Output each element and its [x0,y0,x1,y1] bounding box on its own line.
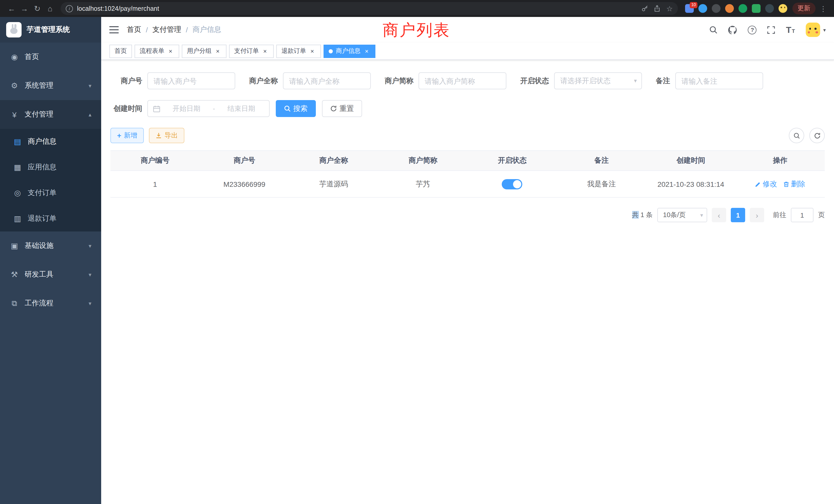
plus-icon: + [117,132,121,139]
toggle-search-button[interactable] [789,128,804,143]
sidebar-item-refund-order[interactable]: ▥ 退款订单 [0,206,101,231]
extension-icon-7[interactable] [765,4,774,13]
tabs-bar: 首页 流程表单× 用户分组× 支付订单× 退款订单× 商户信息× [101,43,834,60]
trash-icon [783,181,789,187]
reset-button[interactable]: 重置 [322,100,362,117]
table-header-row: 商户编号 商户号 商户全称 商户简称 开启状态 备注 创建时间 操作 [110,151,825,171]
navbar-tools: ? TT ▾ [709,23,826,37]
payment-submenu: ▤ 商户信息 ▦ 应用信息 ◎ 支付订单 ▥ 退款订单 [0,129,101,231]
profile-avatar-icon[interactable] [778,4,787,13]
browser-forward-icon[interactable]: → [18,2,31,15]
sidebar-item-devtools[interactable]: ⚒ 研发工具 ▾ [0,260,101,289]
browser-back-icon[interactable]: ← [5,2,18,15]
breadcrumb-payment[interactable]: 支付管理 [153,25,181,35]
sidebar-item-pay-order[interactable]: ◎ 支付订单 [0,180,101,206]
page-1-button[interactable]: 1 [731,208,745,222]
refresh-button[interactable] [809,128,825,143]
chevron-up-icon: ▴ [89,111,91,118]
sidebar-item-label: 工作流程 [25,299,53,308]
tab-refund-order[interactable]: 退款订单× [276,44,321,58]
share-icon[interactable] [654,5,661,12]
close-icon[interactable]: × [261,47,269,55]
sidebar-toggle-icon[interactable] [109,26,118,33]
page-info-icon[interactable]: i [66,5,73,12]
tab-pay-order[interactable]: 支付订单× [229,44,274,58]
browser-reload-icon[interactable]: ↻ [31,2,44,15]
user-menu[interactable]: ▾ [806,23,826,37]
user-avatar [806,23,820,37]
sidebar-menu: ◉ 首页 ⚙ 系统管理 ▾ ¥ 支付管理 ▴ ▤ 商户信息 [0,43,101,318]
browser-home-icon[interactable]: ⌂ [44,2,57,15]
close-icon[interactable]: × [363,47,370,55]
search-icon[interactable] [709,26,718,34]
fullscreen-icon[interactable] [768,26,775,33]
chevron-down-icon: ▾ [89,83,91,89]
help-icon[interactable]: ? [748,25,757,34]
sidebar-item-label: 支付管理 [25,110,53,119]
table-header-cell: 开启状态 [467,156,557,165]
extension-icon-3[interactable] [712,4,721,13]
create-time-label: 创建时间 [110,104,142,113]
remark-label: 备注 [656,76,670,86]
page-size-select[interactable]: 10条/页 ▾ [657,208,707,222]
sidebar-item-home[interactable]: ◉ 首页 [0,43,101,71]
extension-icon-5[interactable] [739,4,747,13]
delete-button[interactable]: 删除 [783,179,805,189]
yen-icon: ¥ [10,110,19,119]
search-button[interactable]: 搜索 [276,100,316,117]
full-name-input[interactable] [283,72,371,89]
cell-actions: 修改 删除 [736,179,825,189]
bookmark-star-icon[interactable]: ☆ [666,5,673,12]
cell-status [467,179,557,189]
cell-full-name: 芋道源码 [289,179,378,189]
add-button[interactable]: + 新增 [110,128,144,143]
status-select[interactable]: 请选择开启状态 ▾ [554,72,642,89]
extension-icon-6[interactable] [752,4,761,13]
active-tab-dot [329,49,333,53]
sidebar-item-merchant-info[interactable]: ▤ 商户信息 [0,129,101,155]
github-icon[interactable] [728,25,737,34]
grid-icon: ▦ [13,163,22,172]
tab-user-group[interactable]: 用户分组× [182,44,226,58]
tab-process-form[interactable]: 流程表单× [135,44,179,58]
tab-merchant-info[interactable]: 商户信息× [324,44,375,58]
merchant-no-input[interactable] [147,72,235,89]
sidebar-item-label: 退款订单 [28,214,57,223]
breadcrumb-home[interactable]: 首页 [127,25,141,35]
sidebar-item-payment[interactable]: ¥ 支付管理 ▴ [0,100,101,129]
next-page-button[interactable]: › [750,208,764,222]
browser-update-button[interactable]: 更新 [792,3,815,14]
extension-icon-1[interactable]: 10 [685,4,694,13]
sidebar-item-infra[interactable]: ▣ 基础设施 ▾ [0,231,101,260]
font-size-icon[interactable]: TT [786,25,795,34]
navbar: 首页 / 支付管理 / 商户信息 ? [101,17,834,43]
remark-input[interactable] [675,72,763,89]
export-button[interactable]: 导出 [149,128,184,143]
tab-home[interactable]: 首页 [109,44,132,58]
close-icon[interactable]: × [214,47,221,55]
logo-image [6,22,22,38]
create-time-range-picker[interactable]: 开始日期 - 结束日期 [147,100,270,117]
chevron-down-icon: ▾ [89,271,91,278]
sidebar-item-system[interactable]: ⚙ 系统管理 ▾ [0,71,101,100]
app-logo[interactable]: 芋道管理系统 [0,17,101,43]
end-date-placeholder: 结束日期 [219,104,264,113]
close-icon[interactable]: × [167,47,174,55]
close-icon[interactable]: × [309,47,316,55]
short-name-input[interactable] [419,72,506,89]
sidebar-item-app-info[interactable]: ▦ 应用信息 [0,155,101,180]
goto-page-input[interactable] [791,208,813,222]
sidebar-item-label: 应用信息 [28,163,57,172]
extension-icon-4[interactable] [725,4,734,13]
sidebar-item-workflow[interactable]: ⧉ 工作流程 ▾ [0,289,101,318]
password-key-icon[interactable] [642,5,649,12]
status-toggle[interactable] [502,179,523,189]
edit-button[interactable]: 修改 [755,179,777,189]
prev-page-button[interactable]: ‹ [712,208,726,222]
screen: ← → ↻ ⌂ i localhost:1024/pay/merchant ☆ … [0,0,834,504]
browser-menu-icon[interactable]: ⋮ [817,4,829,13]
extension-icon-2[interactable] [698,4,707,13]
url-bar[interactable]: i localhost:1024/pay/merchant ☆ [61,2,678,15]
chevron-down-icon: ▾ [89,300,91,307]
sidebar-item-label: 首页 [25,52,39,62]
